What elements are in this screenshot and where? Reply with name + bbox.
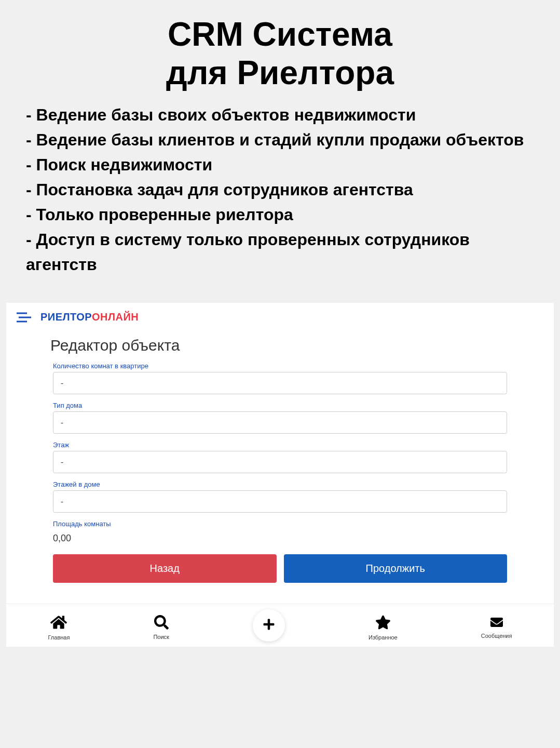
continue-button[interactable]: Продолжить (284, 554, 508, 583)
hero-title: CRM Система для Риелтора (26, 16, 534, 92)
form-group-house-type: Тип дома - (53, 402, 507, 434)
star-icon (375, 615, 391, 632)
label-rooms: Количество комнат в квартире (53, 362, 507, 370)
plus-icon (263, 618, 275, 633)
label-floors-total: Этажей в доме (53, 480, 507, 488)
form-group-floors-total: Этажей в доме - (53, 480, 507, 513)
app-body: Редактор объекта Количество комнат в ква… (6, 337, 554, 593)
tab-label-messages: Сообщения (481, 633, 512, 639)
home-icon (50, 615, 67, 632)
button-row: Назад Продолжить (53, 554, 507, 583)
title-line-2: для Риелтора (166, 54, 394, 91)
feature-item: - Постановка задач для сотрудников агент… (26, 177, 534, 202)
app-header: РИЕЛТОРОНЛАЙН (6, 303, 554, 331)
menu-icon[interactable] (17, 312, 31, 323)
tab-add[interactable] (253, 609, 285, 642)
form-group-floor: Этаж - (53, 441, 507, 473)
app-window: РИЕЛТОРОНЛАЙН Редактор объекта Количеств… (6, 303, 554, 647)
label-room-area: Площадь комнаты (53, 520, 507, 528)
input-room-area[interactable]: 0,00 (53, 530, 507, 544)
label-house-type: Тип дома (53, 402, 507, 409)
select-house-type[interactable]: - (53, 411, 507, 434)
page-title: Редактор объекта (50, 337, 507, 354)
tab-bar: Главная Поиск Избранное (6, 604, 554, 647)
tab-label-favorites: Избранное (368, 634, 398, 640)
select-floor[interactable]: - (53, 451, 507, 473)
envelope-icon (489, 616, 504, 631)
tab-label-search: Поиск (153, 634, 169, 640)
logo-part2: ОНЛАЙН (92, 311, 139, 323)
app-logo: РИЕЛТОРОНЛАЙН (40, 311, 139, 323)
search-icon (154, 615, 169, 632)
back-button[interactable]: Назад (53, 554, 277, 583)
label-floor: Этаж (53, 441, 507, 449)
tab-home[interactable]: Главная (48, 615, 70, 640)
form-group-rooms: Количество комнат в квартире - (53, 362, 507, 394)
select-rooms[interactable]: - (53, 372, 507, 394)
select-floors-total[interactable]: - (53, 490, 507, 513)
feature-item: - Только проверенные риелтора (26, 202, 534, 227)
feature-item: - Ведение базы своих объектов недвижимос… (26, 102, 534, 127)
form-group-room-area: Площадь комнаты 0,00 (53, 520, 507, 544)
features-list: - Ведение базы своих объектов недвижимос… (26, 102, 534, 277)
feature-item: - Поиск недвижимости (26, 152, 534, 177)
tab-label-home: Главная (48, 634, 70, 640)
tab-messages[interactable]: Сообщения (481, 616, 512, 639)
feature-item: - Доступ в систему только проверенных со… (26, 227, 534, 277)
logo-part1: РИЕЛТОР (40, 311, 92, 323)
tab-favorites[interactable]: Избранное (368, 615, 398, 640)
hero-section: CRM Система для Риелтора - Ведение базы … (0, 0, 560, 292)
tab-search[interactable]: Поиск (153, 615, 169, 640)
feature-item: - Ведение базы клиентов и стадий купли п… (26, 127, 534, 152)
title-line-1: CRM Система (168, 16, 392, 53)
